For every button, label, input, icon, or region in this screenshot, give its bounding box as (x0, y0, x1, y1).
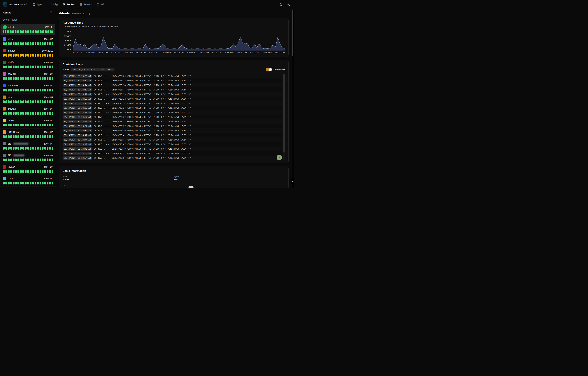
uptime-bar (23, 30, 24, 33)
uptime-bar (32, 182, 33, 185)
log-row: 09/14/2025, 01:24:19 AM 10.89.3.1 - - [1… (63, 92, 282, 96)
uptime-bar (20, 158, 21, 161)
uptime-bar (8, 112, 9, 115)
logout-button[interactable] (287, 2, 291, 7)
logs-route-name: it-tools (63, 68, 69, 71)
uptime-bar (10, 77, 11, 80)
autoscroll-toggle[interactable] (266, 68, 272, 72)
x-tick-label: 4:15:25 PM (149, 52, 158, 54)
log-row: 09/14/2025, 01:24:47 AM 10.89.3.1 - - [1… (63, 142, 282, 146)
uptime-bar (25, 147, 26, 150)
chart-y-axis: 3 ms2.25 ms1.5 ms0.75 ms0 ms (63, 30, 71, 51)
route-item[interactable]: radarr 100% UP (0, 117, 56, 128)
route-item[interactable]: Miniflux 100% UP (0, 59, 56, 70)
uptime-bar (26, 65, 28, 68)
uptime-bar (8, 42, 9, 45)
uptime-bar (6, 158, 7, 161)
uptime-bar (16, 77, 18, 80)
uptime-bar (11, 77, 12, 80)
x-tick-label: 4:15:04 PM (98, 52, 108, 54)
uptime-bar (14, 124, 16, 126)
search-routes-input[interactable] (0, 16, 56, 23)
uptime-bar (37, 170, 38, 173)
logs-scrollbar-thumb[interactable] (283, 74, 285, 152)
uptime-bar (20, 65, 21, 68)
uptime-bar (33, 77, 34, 80)
uptime-bar (37, 147, 38, 150)
uptime-bar (4, 42, 6, 45)
log-message: 10.89.3.1 - - [13/Sep/20:49 +0000] "HEAD… (94, 148, 191, 150)
uptime-bar (25, 170, 26, 173)
uptime-bar (23, 100, 24, 103)
x-tick-label: 4:16:14 PM (263, 52, 272, 54)
uptime-bar (42, 100, 43, 103)
route-item[interactable]: SE 100% UP (0, 140, 56, 152)
route-status: 100% UP (44, 119, 53, 122)
route-item[interactable]: prowlarr 100% UP (0, 105, 56, 117)
route-item[interactable]: SE 100% UP (0, 152, 56, 163)
logs-viewport[interactable]: 09/14/2025, 01:24:09 AM 10.89.3.1 - - [1… (63, 74, 285, 160)
uptime-bar (3, 42, 4, 45)
uptime-bar (38, 182, 39, 185)
theme-toggle-button[interactable] (279, 2, 283, 7)
log-message: 10.89.3.1 - - [13/Sep/20:29 +0000] "HEAD… (94, 111, 191, 114)
scroll-to-top-button[interactable] (277, 155, 282, 160)
uptime-bar (13, 100, 14, 103)
route-item[interactable]: plex 100% UP (0, 94, 56, 105)
logs-scrollbar[interactable] (283, 74, 285, 160)
page-scrollbar-thumb[interactable] (292, 10, 293, 56)
uptime-bar (18, 112, 19, 115)
route-item[interactable]: omni-tools 100% UP (0, 82, 56, 94)
log-timestamp: 09/14/2025, 01:24:52 AM (63, 152, 92, 155)
collapse-panel-tab[interactable] (291, 177, 294, 185)
route-item[interactable]: RSS-Bridge 100% UP (0, 128, 56, 140)
uptime-bar (30, 100, 31, 103)
route-item[interactable]: jellyfin 100% UP (0, 36, 56, 47)
uptime-bar (16, 182, 18, 185)
route-item[interactable]: SiYuan 100% UP (0, 163, 56, 175)
uptime-bar (16, 54, 18, 57)
nav-item-apps[interactable]: Apps (32, 3, 42, 6)
route-item-header: radarr 100% UP (3, 119, 53, 122)
uptime-bar (26, 158, 28, 161)
uptime-bar (25, 30, 26, 33)
nav-item-wiki[interactable]: Wiki (96, 3, 105, 6)
brand[interactable]: GoDoxy v0.18.0 (3, 2, 27, 7)
x-tick-label: 4:16:04 PM (237, 52, 247, 54)
log-message: 10.89.3.1 - - [13/Sep/20:39 +0000] "HEAD… (94, 130, 191, 132)
log-row: 09/14/2025, 01:24:52 AM 10.89.3.1 - - [1… (63, 151, 282, 156)
x-tick-label: 4:14:59 PM (86, 52, 95, 54)
route-item[interactable]: sonarr 100% UP (0, 175, 56, 187)
uptime-bar (6, 170, 7, 173)
response-time-title: Response Time (63, 21, 285, 24)
partially-visible-badge[interactable] (189, 186, 193, 188)
uptime-bar (8, 124, 9, 126)
uptime-bar (8, 54, 9, 57)
route-item[interactable]: metube 100% IDLE (0, 47, 56, 59)
uptime-bar (52, 54, 53, 57)
route-item[interactable]: it-tools 100% UP (0, 24, 55, 35)
nav-item-routes[interactable]: Routes (62, 3, 75, 6)
uptime-bar (4, 112, 6, 115)
nav-item-config[interactable]: Config (47, 3, 58, 6)
uptime-bar (13, 124, 14, 126)
route-status: 100% UP (44, 166, 53, 168)
uptime-bar (6, 54, 7, 57)
basic-info-title: Basic Information (63, 169, 285, 173)
x-tick-label: 4:15:36 PM (174, 52, 183, 54)
nav-item-label: Config (51, 3, 58, 6)
uptime-bar (23, 112, 24, 115)
uptime-bar (6, 77, 7, 80)
nav-item-servers[interactable]: Servers (79, 3, 92, 6)
route-name: jellyfin (8, 38, 14, 41)
uptime-bar (45, 135, 46, 138)
uptime-bar (50, 124, 51, 126)
route-item[interactable]: new-api 100% UP (0, 70, 56, 82)
route-app-icon (3, 142, 6, 145)
uptime-bar (14, 65, 16, 68)
uptime-bar (25, 182, 26, 185)
uptime-bar (33, 112, 34, 115)
uptime-bar (28, 170, 29, 173)
nav-items: AppsConfigRoutesServersWiki (32, 3, 105, 6)
filter-button[interactable] (50, 11, 53, 14)
